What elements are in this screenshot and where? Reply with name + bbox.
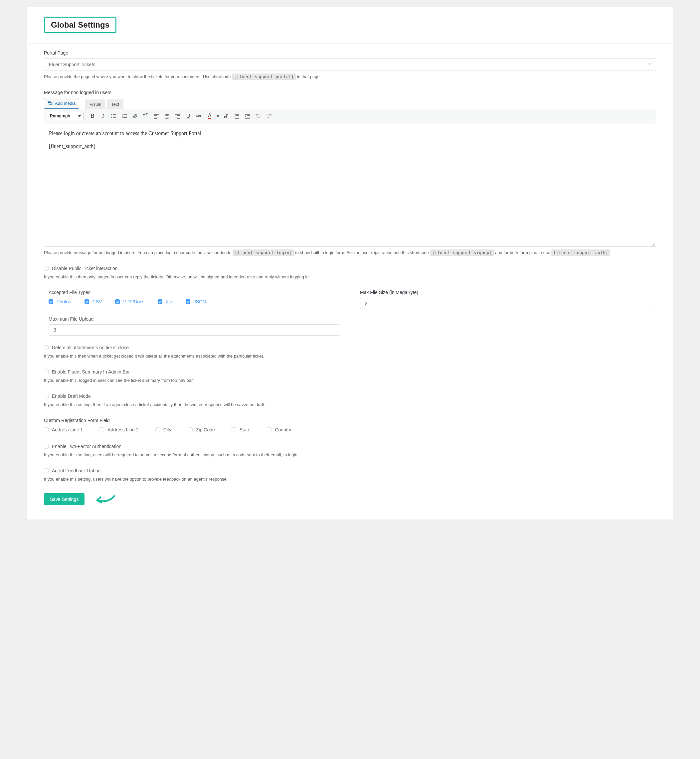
undo-icon[interactable] [253, 111, 263, 121]
svg-rect-5 [113, 117, 116, 118]
filetype-pdf[interactable]: PDF/Docs [115, 299, 144, 305]
indent-icon[interactable] [242, 111, 253, 121]
portal-page-label: Portal Page [44, 50, 656, 56]
tab-visual[interactable]: Visual [85, 100, 105, 109]
draft-mode-checkbox[interactable]: Enable Draft Mode [44, 394, 656, 399]
outdent-icon[interactable] [232, 111, 242, 121]
add-media-button[interactable]: Add media [44, 98, 79, 109]
svg-rect-9 [123, 116, 127, 116]
custom-reg-label: Custom Registration Form Field [44, 418, 656, 423]
portal-page-select[interactable] [44, 58, 656, 71]
checkbox-icon [84, 299, 89, 304]
save-settings-button[interactable]: Save Settings [44, 493, 84, 505]
portal-page-input[interactable] [44, 58, 656, 71]
filetype-zip[interactable]: Zip [158, 299, 172, 305]
svg-rect-29 [245, 114, 250, 115]
feedback-help: If you enable this setting, users will h… [44, 476, 656, 483]
clear-format-icon[interactable] [221, 111, 231, 121]
checkbox-icon [267, 427, 272, 432]
twofa-checkbox[interactable]: Enable Two-Factor Authentication [44, 444, 656, 449]
editor-toolbar: Paragraph B I 123 “” U ABE A [44, 109, 656, 123]
admin-bar-help: If you enable this, logged in user can s… [44, 377, 656, 384]
numbered-list-icon[interactable]: 123 [119, 111, 130, 121]
link-icon[interactable] [130, 111, 140, 121]
max-file-size-input[interactable] [360, 298, 656, 309]
svg-rect-21 [177, 116, 180, 116]
reg-country[interactable]: Country [267, 427, 291, 433]
shortcode-signup: [fluent_support_signup] [430, 250, 494, 256]
reg-state[interactable]: State [231, 427, 250, 433]
align-left-icon[interactable] [152, 111, 161, 121]
checkbox-icon [186, 299, 190, 304]
checkbox-icon [155, 427, 160, 432]
align-right-icon[interactable] [173, 111, 183, 121]
italic-icon[interactable]: I [98, 111, 108, 121]
checkbox-icon [48, 299, 53, 304]
editor-help: Please provide message for not logged in… [44, 250, 656, 256]
svg-rect-1 [113, 114, 116, 115]
svg-rect-3 [113, 116, 116, 116]
svg-point-2 [111, 116, 112, 116]
checkbox-icon [44, 468, 48, 473]
strikethrough-icon[interactable]: ABE [194, 111, 204, 121]
filetype-csv[interactable]: CSV [84, 299, 102, 305]
svg-rect-20 [175, 114, 180, 115]
tab-text[interactable]: Text [107, 100, 123, 109]
svg-rect-31 [247, 117, 250, 117]
reg-address1[interactable]: Address Line 1 [44, 427, 83, 433]
svg-rect-18 [165, 117, 169, 117]
svg-rect-7 [123, 114, 127, 115]
disable-public-help: If you enable this then only logged in u… [44, 274, 656, 281]
shortcode-portal: [fluent_support_portal] [232, 73, 296, 80]
svg-rect-16 [165, 114, 169, 115]
max-upload-input[interactable] [48, 324, 340, 336]
disable-public-checkbox[interactable]: Disable Public Ticket interaction [44, 266, 656, 271]
redo-icon[interactable] [264, 111, 274, 121]
admin-bar-checkbox[interactable]: Enable Fluent Summary In Admin Bar [44, 369, 656, 375]
text-color-icon[interactable]: A [205, 111, 215, 121]
filetype-json[interactable]: JSON [186, 299, 206, 305]
checkbox-icon [44, 394, 48, 398]
svg-rect-13 [154, 116, 157, 116]
blockquote-icon[interactable]: “” [141, 111, 151, 121]
editor-body[interactable]: Please login or create an account to acc… [44, 123, 656, 247]
shortcode-auth: [fluent_support_auth] [551, 250, 610, 256]
align-center-icon[interactable] [162, 111, 172, 121]
delete-attachments-help: If you enable this then when a ticket ge… [44, 353, 656, 360]
svg-rect-26 [236, 116, 239, 116]
bullet-list-icon[interactable] [109, 111, 119, 121]
format-select[interactable]: Paragraph [47, 112, 83, 120]
checkbox-icon [100, 427, 104, 432]
color-dropdown-icon[interactable]: ▾ [215, 111, 220, 121]
resize-handle-icon[interactable] [650, 241, 655, 246]
svg-rect-15 [154, 118, 157, 119]
page-title-box: Global Settings [44, 17, 116, 33]
checkbox-icon [158, 299, 162, 304]
portal-page-help: Please provide the page id where you wan… [44, 73, 656, 81]
svg-rect-22 [175, 117, 180, 117]
checkbox-icon [44, 444, 48, 449]
twofa-help: If you enable this setting, users will b… [44, 452, 656, 459]
feedback-checkbox[interactable]: Agent Feedback Rating [44, 468, 656, 473]
svg-rect-19 [166, 118, 169, 119]
page-title: Global Settings [51, 20, 109, 29]
svg-rect-14 [154, 117, 159, 117]
editor-label: Message for non logged in users [44, 90, 656, 95]
reg-address2[interactable]: Address Line 2 [100, 427, 138, 433]
reg-zip[interactable]: Zip Code [188, 427, 215, 433]
svg-rect-17 [166, 116, 169, 116]
reg-city[interactable]: City [155, 427, 171, 433]
checkbox-icon [44, 345, 48, 350]
checkbox-icon [44, 370, 48, 374]
filetype-photos[interactable]: Photos [48, 299, 71, 305]
svg-rect-27 [236, 117, 239, 117]
underline-icon[interactable]: U [183, 111, 193, 121]
bold-icon[interactable]: B [88, 111, 97, 121]
svg-text:3: 3 [122, 117, 123, 119]
svg-rect-12 [154, 114, 159, 115]
svg-rect-23 [177, 118, 180, 119]
arrow-left-icon [91, 492, 118, 506]
svg-rect-25 [234, 114, 239, 115]
delete-attachments-checkbox[interactable]: Delete all attachments on ticket close [44, 345, 656, 350]
max-file-size-label: Max File Size (in MegaByte) [360, 290, 656, 295]
